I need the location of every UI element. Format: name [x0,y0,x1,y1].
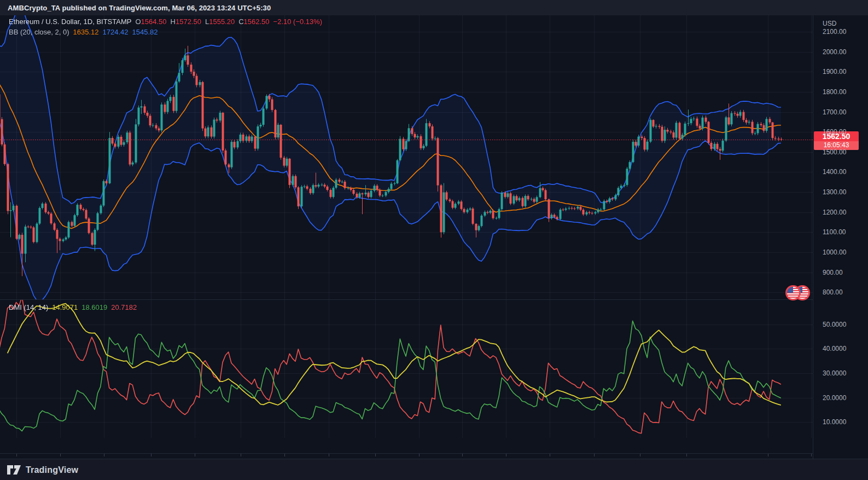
dmi-tick-label: 10.0000 [823,418,846,426]
time-axis-tick [329,454,329,456]
dmi-pane-canvas[interactable] [0,300,813,438]
time-axis-tick [195,454,195,456]
bb-legend[interactable]: BB (20, close, 2, 0) 1635.12 1724.42 154… [9,28,158,36]
price-tick-label: 1600.00 [823,128,846,136]
time-axis-tick [104,454,104,456]
bb-basis-value: 1635.12 [73,28,99,36]
dmi-tick-label: 30.0000 [823,369,846,377]
dmi-title: DMI (14, 14) [9,303,48,311]
time-axis-tick [16,454,17,456]
ohlc-low: L1555.20 [205,18,235,26]
price-tick-label: 1300.00 [823,188,846,196]
usd-flag-icon [785,285,801,300]
attribution-bar: AMBCrypto_TA published on TradingView.co… [0,0,868,16]
price-tick-label: 1800.00 [823,88,846,96]
price-tick-label: 800.00 [823,288,843,296]
change-value: −2.10 (−0.13%) [273,18,323,26]
tradingview-logo-icon [7,465,21,475]
price-tick-label: 1900.00 [823,68,846,76]
price-tick-label: 1700.00 [823,108,846,116]
dmi-adx-value: 14.9071 [52,303,78,311]
time-axis-tick [375,454,376,456]
footer-bar: TradingView [0,459,868,480]
dmi-minus-di-value: 20.7182 [111,303,137,311]
symbol-legend[interactable]: Ethereum / U.S. Dollar, 1D, BITSTAMP O15… [9,18,322,26]
dmi-tick-label: 40.0000 [823,345,846,352]
chart-area: 16Jul16Aug16Sep16Oct17Nov16Dec16202316Fe… [0,15,813,459]
time-axis-tick [686,454,687,456]
bb-lower-value: 1545.82 [132,28,158,36]
price-tick-label: 1400.00 [823,168,846,176]
price-tick-label: 900.00 [823,269,843,276]
ohlc-high: H1572.50 [171,18,201,26]
time-axis-tick [640,454,640,456]
price-tick-label: 2100.00 [823,28,846,36]
price-tick-label: 1000.00 [823,248,846,256]
dmi-tick-label: 20.0000 [823,394,846,402]
time-axis-tick [550,454,550,456]
price-tick-label: 1200.00 [823,209,846,216]
tradingview-snapshot: AMBCrypto_TA published on TradingView.co… [0,0,868,480]
time-axis-tick [811,454,812,456]
dmi-plus-di-value: 18.6019 [81,303,107,311]
time-axis-tick [768,454,768,456]
dmi-pane [0,299,813,438]
price-tick-label: 1500.00 [823,148,846,156]
symbol-title: Ethereum / U.S. Dollar, 1D, BITSTAMP [9,18,131,26]
time-axis-tick [60,454,61,456]
price-tick-label: 1100.00 [823,228,846,236]
bb-upper-value: 1724.42 [103,28,129,36]
bb-title: BB (20, close, 2, 0) [9,28,69,36]
attribution-text: AMBCrypto_TA published on TradingView.co… [8,4,271,12]
price-tick-label: 2000.00 [823,48,846,56]
currency-flags-icon [785,285,811,301]
dmi-legend[interactable]: DMI (14, 14) 14.9071 18.6019 20.7182 [9,303,137,311]
dmi-tick-label: 50.0000 [823,321,846,328]
time-axis-tick [506,454,506,456]
time-axis-tick [284,454,285,456]
tradingview-logo-link[interactable]: TradingView [7,465,78,475]
time-axis-tick [419,454,420,456]
price-axis[interactable]: USD 1562.50 16:05:43 2100.002000.001900.… [813,15,868,459]
axis-currency-label: USD [823,20,836,27]
time-axis-tick [462,454,463,456]
tradingview-wordmark: TradingView [26,465,78,475]
time-axis-tick [151,454,152,456]
price-pane-canvas[interactable] [0,15,813,299]
ohlc-open: O1564.50 [135,18,166,26]
time-axis-tick [594,454,595,456]
time-axis-tick [241,454,241,456]
ohlc-close: C1562.50 [238,18,269,26]
